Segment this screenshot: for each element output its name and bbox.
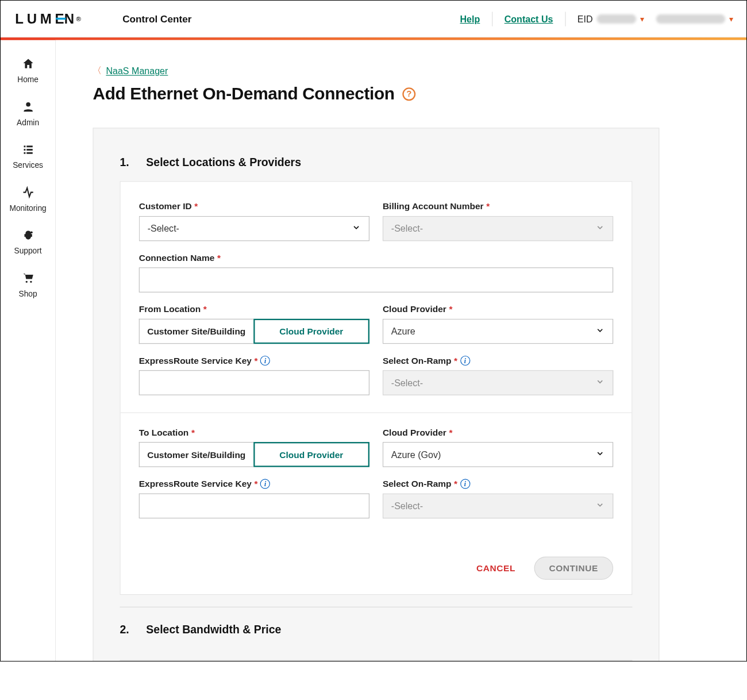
step1-num: 1. bbox=[120, 156, 129, 170]
nav-home-label: Home bbox=[17, 75, 38, 84]
section-divider bbox=[121, 413, 632, 413]
to-provider-label: Cloud Provider bbox=[383, 428, 446, 437]
chevron-down-icon: ▾ bbox=[640, 14, 644, 24]
from-key-input[interactable] bbox=[148, 371, 345, 394]
chevron-down-icon bbox=[352, 223, 361, 234]
svg-point-8 bbox=[25, 281, 27, 283]
svg-rect-2 bbox=[26, 145, 33, 147]
step1-header: 1. Select Locations & Providers bbox=[120, 156, 632, 182]
field-from-onramp: Select On-Ramp * i -Select- bbox=[383, 356, 613, 395]
nav-support[interactable]: Support bbox=[1, 221, 55, 264]
account-menu[interactable]: ▾ bbox=[656, 14, 733, 24]
field-to-key: ExpressRoute Service Key * i bbox=[139, 479, 369, 518]
step2-title: Select Bandwidth & Price bbox=[146, 623, 281, 636]
chevron-left-icon: 〈 bbox=[93, 65, 102, 77]
cart-icon bbox=[21, 271, 34, 286]
from-onramp-label: Select On-Ramp bbox=[383, 356, 452, 366]
info-icon[interactable]: i bbox=[260, 356, 270, 366]
svg-point-7 bbox=[30, 231, 32, 233]
to-location-site-button[interactable]: Customer Site/Building bbox=[139, 442, 253, 467]
svg-point-0 bbox=[26, 102, 30, 107]
wizard: 1. Select Locations & Providers Customer… bbox=[93, 128, 659, 661]
breadcrumb: 〈 NaaS Manager bbox=[93, 65, 659, 77]
ban-value: -Select- bbox=[391, 223, 423, 233]
to-provider-select[interactable]: Azure (Gov) bbox=[383, 442, 613, 467]
support-icon bbox=[21, 229, 34, 244]
step3-header[interactable]: 3. Review & Submit Order bbox=[120, 660, 632, 661]
separator bbox=[565, 11, 565, 26]
field-to-onramp: Select On-Ramp * i -Select- bbox=[383, 479, 613, 518]
required-marker: * bbox=[254, 356, 257, 366]
list-icon bbox=[21, 143, 34, 158]
customer-id-value: -Select- bbox=[148, 223, 179, 233]
chevron-down-icon bbox=[595, 501, 604, 511]
to-key-input-wrap bbox=[139, 494, 369, 519]
nav-services[interactable]: Services bbox=[1, 135, 55, 178]
svg-rect-1 bbox=[24, 145, 25, 147]
cancel-button[interactable]: CANCEL bbox=[476, 563, 515, 573]
topbar: LUMEN® Control Center Help Contact Us EI… bbox=[1, 1, 747, 37]
nav-home[interactable]: Home bbox=[1, 49, 55, 93]
from-provider-select[interactable]: Azure bbox=[383, 319, 613, 344]
contact-link[interactable]: Contact Us bbox=[505, 13, 553, 24]
ban-select[interactable]: -Select- bbox=[383, 216, 613, 241]
chevron-down-icon bbox=[595, 326, 604, 337]
info-icon[interactable]: i bbox=[260, 479, 270, 489]
to-location-cloud-button[interactable]: Cloud Provider bbox=[253, 442, 369, 467]
nav-monitoring[interactable]: Monitoring bbox=[1, 178, 55, 221]
info-icon[interactable]: i bbox=[460, 479, 470, 489]
to-onramp-value: -Select- bbox=[391, 501, 423, 511]
app-title: Control Center bbox=[122, 13, 191, 24]
field-from-location: From Location * Customer Site/Building C… bbox=[139, 304, 369, 344]
required-marker: * bbox=[203, 304, 207, 314]
from-location-site-button[interactable]: Customer Site/Building bbox=[139, 319, 253, 344]
from-location-toggle: Customer Site/Building Cloud Provider bbox=[139, 319, 369, 344]
nav-shop[interactable]: Shop bbox=[1, 263, 55, 306]
to-key-input[interactable] bbox=[148, 494, 345, 518]
chevron-down-icon: ▾ bbox=[729, 14, 733, 24]
from-location-cloud-button[interactable]: Cloud Provider bbox=[253, 319, 369, 344]
customer-id-select[interactable]: -Select- bbox=[139, 216, 369, 241]
ban-label: Billing Account Number bbox=[383, 202, 484, 211]
step2-header[interactable]: 2. Select Bandwidth & Price bbox=[120, 607, 632, 648]
step1-panel: Customer ID * -Select- bbox=[120, 181, 632, 595]
field-to-provider: Cloud Provider * Azure (Gov) bbox=[383, 428, 613, 467]
from-onramp-value: -Select- bbox=[391, 378, 423, 388]
nav-services-label: Services bbox=[13, 161, 43, 170]
connection-name-label: Connection Name bbox=[139, 253, 215, 263]
from-key-input-wrap bbox=[139, 370, 369, 395]
breadcrumb-back[interactable]: NaaS Manager bbox=[106, 66, 168, 76]
connection-name-input[interactable] bbox=[148, 268, 589, 291]
from-onramp-select[interactable]: -Select- bbox=[383, 370, 613, 395]
eid-value-redacted bbox=[596, 14, 636, 24]
activity-icon bbox=[21, 186, 34, 201]
svg-rect-3 bbox=[24, 149, 25, 151]
brand-logo: LUMEN® bbox=[15, 11, 84, 27]
help-icon[interactable]: ? bbox=[402, 87, 415, 101]
required-marker: * bbox=[486, 202, 490, 211]
to-onramp-label: Select On-Ramp bbox=[383, 479, 452, 489]
help-link[interactable]: Help bbox=[460, 13, 480, 24]
customer-id-label: Customer ID bbox=[139, 202, 192, 211]
eid-label: EID bbox=[577, 13, 593, 24]
eid-menu[interactable]: EID ▾ bbox=[577, 13, 644, 24]
to-location-toggle: Customer Site/Building Cloud Provider bbox=[139, 442, 369, 467]
to-key-label: ExpressRoute Service Key bbox=[139, 479, 252, 489]
nav-admin-label: Admin bbox=[17, 118, 39, 127]
continue-button[interactable]: CONTINUE bbox=[534, 557, 613, 580]
step1-title: Select Locations & Providers bbox=[146, 156, 301, 170]
field-from-provider: Cloud Provider * Azure bbox=[383, 304, 613, 344]
field-ban: Billing Account Number * -Select- bbox=[383, 202, 613, 241]
required-marker: * bbox=[449, 428, 452, 437]
field-from-key: ExpressRoute Service Key * i bbox=[139, 356, 369, 395]
home-icon bbox=[21, 57, 34, 72]
info-icon[interactable]: i bbox=[460, 356, 470, 366]
required-marker: * bbox=[449, 304, 452, 314]
field-connection-name: Connection Name * bbox=[139, 253, 613, 293]
page-title: Add Ethernet On-Demand Connection bbox=[93, 83, 394, 104]
connection-name-input-wrap bbox=[139, 267, 613, 293]
nav-admin[interactable]: Admin bbox=[1, 92, 55, 135]
to-onramp-select[interactable]: -Select- bbox=[383, 494, 613, 519]
step2-num: 2. bbox=[120, 623, 129, 636]
account-value-redacted bbox=[656, 14, 725, 24]
